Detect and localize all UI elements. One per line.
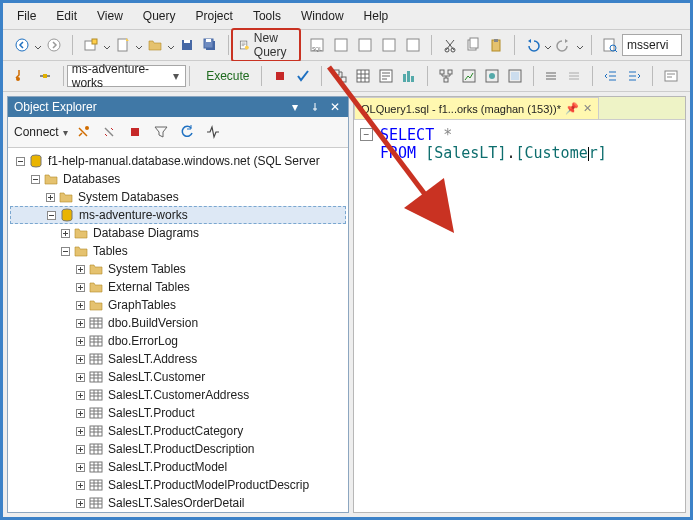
- menu-view[interactable]: View: [87, 7, 133, 25]
- sq-stats-icon[interactable]: [458, 65, 480, 87]
- menu-window[interactable]: Window: [291, 7, 354, 25]
- tree-sys-tables[interactable]: System Tables: [10, 260, 346, 278]
- expand-icon[interactable]: [74, 281, 86, 293]
- collapse-icon[interactable]: [59, 245, 71, 257]
- tree-table-item[interactable]: SalesLT.ProductDescription: [10, 440, 346, 458]
- undo-icon[interactable]: [521, 34, 543, 56]
- paste-icon[interactable]: [485, 34, 507, 56]
- menu-project[interactable]: Project: [186, 7, 243, 25]
- copy-icon[interactable]: [462, 34, 484, 56]
- expand-icon[interactable]: [44, 191, 56, 203]
- tree-system-databases[interactable]: System Databases: [10, 188, 346, 206]
- object-explorer-tree[interactable]: f1-help-manual.database.windows.net (SQL…: [8, 148, 348, 512]
- chevron-down-icon[interactable]: [576, 41, 584, 49]
- nav-back-button[interactable]: [11, 34, 33, 56]
- menu-file[interactable]: File: [7, 7, 46, 25]
- oe-disconnect-icon[interactable]: [98, 121, 120, 143]
- outline-collapse-icon[interactable]: −: [360, 128, 373, 141]
- expand-icon[interactable]: [74, 389, 86, 401]
- newq-sql-icon[interactable]: SQL: [306, 34, 328, 56]
- tree-databases[interactable]: Databases: [10, 170, 346, 188]
- disconnect-icon[interactable]: [34, 65, 56, 87]
- connect-change-icon[interactable]: [11, 65, 33, 87]
- expand-icon[interactable]: [74, 335, 86, 347]
- editor-body[interactable]: − SELECT * FROM [SalesLT].[Customer]: [354, 120, 685, 512]
- sq-spatial-icon[interactable]: [504, 65, 526, 87]
- find-icon[interactable]: [599, 34, 621, 56]
- expand-icon[interactable]: [59, 227, 71, 239]
- combo-server-type[interactable]: msservi: [622, 34, 682, 56]
- indent-out-icon[interactable]: [600, 65, 622, 87]
- tree-table-item[interactable]: SalesLT.Customer: [10, 368, 346, 386]
- results-grid-icon[interactable]: [352, 65, 374, 87]
- expand-icon[interactable]: [74, 407, 86, 419]
- tree-ext-tables[interactable]: External Tables: [10, 278, 346, 296]
- plan-button[interactable]: [329, 65, 351, 87]
- menu-tools[interactable]: Tools: [243, 7, 291, 25]
- uncomment-icon[interactable]: [563, 65, 585, 87]
- expand-icon[interactable]: [74, 263, 86, 275]
- editor-tab[interactable]: QLQuery1.sql - f1...orks (maghan (153))*…: [354, 97, 599, 119]
- newq-xmla-icon[interactable]: [378, 34, 400, 56]
- tree-table-item[interactable]: SalesLT.CustomerAddress: [10, 386, 346, 404]
- expand-icon[interactable]: [74, 443, 86, 455]
- expand-icon[interactable]: [74, 461, 86, 473]
- tree-table-item[interactable]: SalesLT.ProductModel: [10, 458, 346, 476]
- tree-table-item[interactable]: SalesLT.SalesOrderDetail: [10, 494, 346, 512]
- parse-icon[interactable]: [292, 65, 314, 87]
- execute-button[interactable]: Execute: [193, 65, 259, 87]
- live-stats-icon[interactable]: [398, 65, 420, 87]
- newq-mdx-icon[interactable]: [354, 34, 376, 56]
- save-icon[interactable]: [176, 34, 198, 56]
- expand-icon[interactable]: [74, 353, 86, 365]
- expand-icon[interactable]: [74, 425, 86, 437]
- new-query-button[interactable]: New Query: [231, 28, 301, 62]
- collapse-icon[interactable]: [45, 209, 57, 221]
- specify-values-icon[interactable]: [660, 65, 682, 87]
- expand-icon[interactable]: [74, 371, 86, 383]
- tree-table-item[interactable]: SalesLT.ProductCategory: [10, 422, 346, 440]
- expand-icon[interactable]: [74, 479, 86, 491]
- expand-icon[interactable]: [74, 497, 86, 509]
- chevron-down-icon[interactable]: [167, 41, 175, 49]
- save-all-icon[interactable]: [199, 34, 221, 56]
- cut-icon[interactable]: [439, 34, 461, 56]
- oe-connect-icon[interactable]: [72, 121, 94, 143]
- menu-edit[interactable]: Edit: [46, 7, 87, 25]
- tab-close-icon[interactable]: ✕: [583, 102, 592, 115]
- tree-diagrams[interactable]: Database Diagrams: [10, 224, 346, 242]
- tree-table-item[interactable]: SalesLT.Address: [10, 350, 346, 368]
- chevron-down-icon[interactable]: [34, 41, 42, 49]
- activity-icon[interactable]: [202, 121, 224, 143]
- chevron-down-icon[interactable]: [103, 41, 111, 49]
- chevron-down-icon[interactable]: [135, 41, 143, 49]
- refresh-icon[interactable]: [176, 121, 198, 143]
- tree-table-item[interactable]: dbo.BuildVersion: [10, 314, 346, 332]
- open-icon[interactable]: [144, 34, 166, 56]
- database-combo[interactable]: ms-adventure-works ▾: [67, 65, 186, 87]
- menu-query[interactable]: Query: [133, 7, 186, 25]
- indent-in-icon[interactable]: [623, 65, 645, 87]
- oe-stop-icon[interactable]: [124, 121, 146, 143]
- close-icon[interactable]: ✕: [328, 100, 342, 114]
- tree-table-item[interactable]: SalesLT.Product: [10, 404, 346, 422]
- comment-icon[interactable]: [540, 65, 562, 87]
- menu-help[interactable]: Help: [354, 7, 399, 25]
- tree-server[interactable]: f1-help-manual.database.windows.net (SQL…: [10, 152, 346, 170]
- collapse-icon[interactable]: [29, 173, 41, 185]
- expand-icon[interactable]: [74, 317, 86, 329]
- object-explorer-titlebar[interactable]: Object Explorer ▾ ✕: [8, 97, 348, 117]
- results-text-icon[interactable]: [375, 65, 397, 87]
- chevron-down-icon[interactable]: ▾: [63, 127, 68, 138]
- sq-include-icon[interactable]: [481, 65, 503, 87]
- redo-icon[interactable]: [553, 34, 575, 56]
- tree-user-db[interactable]: ms-adventure-works: [10, 206, 346, 224]
- tab-pin-icon[interactable]: 📌: [565, 102, 579, 115]
- collapse-icon[interactable]: [14, 155, 26, 167]
- stop-icon[interactable]: [269, 65, 291, 87]
- nav-fwd-button[interactable]: [43, 34, 65, 56]
- newq-dmx-icon[interactable]: [330, 34, 352, 56]
- newq-dax-icon[interactable]: [402, 34, 424, 56]
- oe-filter-icon[interactable]: [150, 121, 172, 143]
- autohide-options-icon[interactable]: ▾: [288, 100, 302, 114]
